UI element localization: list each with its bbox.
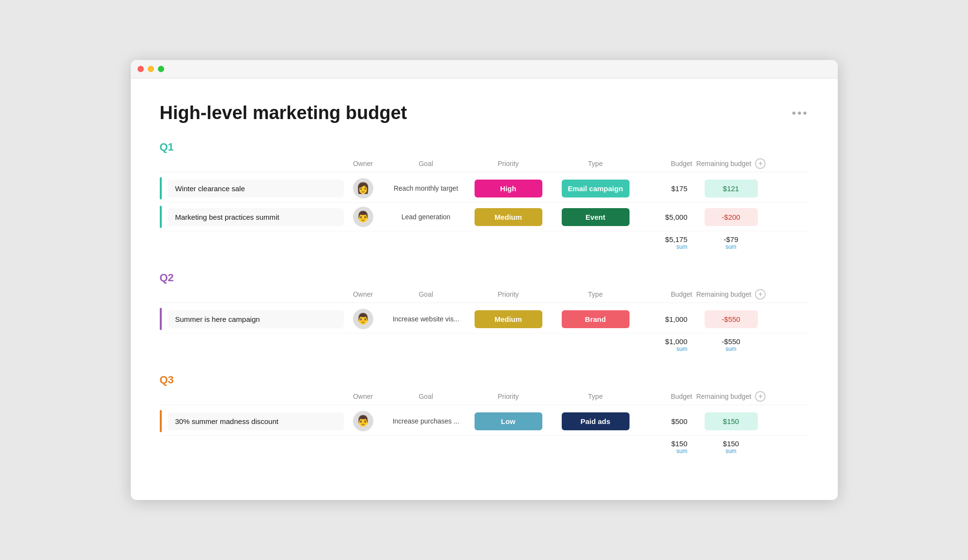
owner-avatar: 👨 (353, 411, 373, 431)
cell-remaining: $150 (692, 412, 770, 430)
type-badge[interactable]: Event (562, 208, 630, 226)
sum-remaining-label: sum (723, 448, 739, 454)
sum-budget: $5,175sum (644, 235, 692, 250)
sum-remaining-value: $150sum (723, 439, 739, 454)
owner-avatar: 👩 (353, 178, 373, 198)
q2-column-headers: OwnerGoalPriorityTypeBudgetRemaining bud… (160, 289, 809, 303)
sum-remaining-label: sum (722, 346, 740, 352)
q1-column-headers: OwnerGoalPriorityTypeBudgetRemaining bud… (160, 158, 809, 172)
add-column-button[interactable]: + (755, 289, 766, 300)
sum-remaining: $150sum (692, 439, 770, 454)
cell-name: Winter clearance sale (160, 177, 344, 199)
section-q1: Q1OwnerGoalPriorityTypeBudgetRemaining b… (160, 141, 809, 252)
col-header-type: Type (547, 290, 644, 298)
col-header-type: Type (547, 160, 644, 167)
cell-type: Brand (547, 310, 644, 328)
col-header-remaining: Remaining budget + (692, 158, 770, 169)
q1-table: OwnerGoalPriorityTypeBudgetRemaining bud… (160, 158, 809, 252)
sum-budget-label: sum (644, 243, 688, 250)
type-badge[interactable]: Brand (562, 310, 630, 328)
col-header-goal: Goal (383, 160, 470, 167)
col-header-type: Type (547, 393, 644, 400)
col-header-remaining: Remaining budget + (692, 391, 770, 402)
close-button[interactable] (138, 66, 144, 72)
sum-budget-label: sum (644, 448, 688, 454)
remaining-budget-label: Remaining budget (696, 290, 752, 298)
sum-remaining-value: -$550sum (722, 337, 740, 352)
cell-remaining: -$200 (692, 208, 770, 226)
q3-table: OwnerGoalPriorityTypeBudgetRemaining bud… (160, 391, 809, 456)
add-column-button[interactable]: + (755, 158, 766, 169)
remaining-value: -$550 (705, 310, 758, 328)
more-options-icon[interactable]: ••• (792, 106, 808, 120)
row-accent (160, 410, 162, 432)
type-badge[interactable]: Paid ads (562, 412, 630, 430)
minimize-button[interactable] (148, 66, 154, 72)
cell-priority: Low (470, 412, 547, 430)
page-title: High-level marketing budget (160, 103, 407, 123)
campaign-name[interactable]: Summer is here campaign (168, 310, 344, 328)
table-row: 30% summer madness discount👨Increase pur… (160, 407, 809, 436)
sum-budget: $150sum (644, 439, 692, 454)
campaign-name[interactable]: Marketing best practices summit (168, 208, 344, 226)
q3-label: Q3 (160, 374, 174, 386)
sum-row: $1,000sum-$550sum (160, 333, 809, 354)
row-accent (160, 308, 162, 330)
col-header-owner: Owner (344, 290, 383, 298)
remaining-value: -$200 (705, 208, 758, 226)
cell-name: Marketing best practices summit (160, 206, 344, 228)
type-badge[interactable]: Email campaign (562, 180, 630, 197)
titlebar (131, 60, 838, 78)
cell-budget: $500 (644, 417, 692, 425)
priority-badge[interactable]: Medium (475, 208, 542, 226)
sum-remaining: -$550sum (692, 337, 770, 352)
col-header-remaining: Remaining budget + (692, 289, 770, 300)
sum-budget: $1,000sum (644, 337, 692, 352)
page-header: High-level marketing budget ••• (160, 103, 809, 123)
q2-label: Q2 (160, 272, 174, 284)
table-row: Winter clearance sale👩Reach monthly targ… (160, 174, 809, 203)
q2-table: OwnerGoalPriorityTypeBudgetRemaining bud… (160, 289, 809, 354)
cell-type: Event (547, 208, 644, 226)
sum-row: $5,175sum-$79sum (160, 231, 809, 252)
remaining-value: $150 (705, 412, 758, 430)
row-accent (160, 206, 162, 228)
sum-budget-label: sum (644, 346, 688, 352)
remaining-budget-label: Remaining budget (696, 160, 752, 167)
maximize-button[interactable] (158, 66, 164, 72)
col-header-goal: Goal (383, 290, 470, 298)
owner-avatar: 👨 (353, 207, 373, 227)
priority-badge[interactable]: Medium (475, 310, 542, 328)
owner-avatar: 👨 (353, 309, 373, 329)
sum-remaining: -$79sum (692, 235, 770, 250)
cell-goal: Increase website vis... (383, 315, 470, 323)
col-header-budget: Budget (644, 393, 692, 400)
remaining-budget-label: Remaining budget (696, 393, 752, 400)
col-header-goal: Goal (383, 393, 470, 400)
section-q2: Q2OwnerGoalPriorityTypeBudgetRemaining b… (160, 272, 809, 354)
q3-column-headers: OwnerGoalPriorityTypeBudgetRemaining bud… (160, 391, 809, 405)
cell-goal: Reach monthly target (383, 184, 470, 192)
col-header-priority: Priority (470, 290, 547, 298)
cell-budget: $175 (644, 184, 692, 193)
col-header-owner: Owner (344, 393, 383, 400)
col-header-priority: Priority (470, 393, 547, 400)
section-q3: Q3OwnerGoalPriorityTypeBudgetRemaining b… (160, 374, 809, 456)
priority-badge[interactable]: High (475, 180, 542, 197)
cell-remaining: -$550 (692, 310, 770, 328)
sum-row: $150sum$150sum (160, 436, 809, 456)
cell-priority: Medium (470, 208, 547, 226)
priority-badge[interactable]: Low (475, 412, 542, 430)
campaign-name[interactable]: 30% summer madness discount (168, 412, 344, 430)
sum-remaining-value: -$79sum (723, 235, 738, 250)
sum-remaining-label: sum (723, 243, 738, 250)
cell-budget: $1,000 (644, 315, 692, 323)
cell-goal: Increase purchases ... (383, 417, 470, 425)
col-header-budget: Budget (644, 290, 692, 298)
col-header-owner: Owner (344, 160, 383, 167)
cell-budget: $5,000 (644, 213, 692, 221)
add-column-button[interactable]: + (755, 391, 766, 402)
sections-container: Q1OwnerGoalPriorityTypeBudgetRemaining b… (160, 141, 809, 456)
row-accent (160, 177, 162, 199)
campaign-name[interactable]: Winter clearance sale (168, 180, 344, 197)
